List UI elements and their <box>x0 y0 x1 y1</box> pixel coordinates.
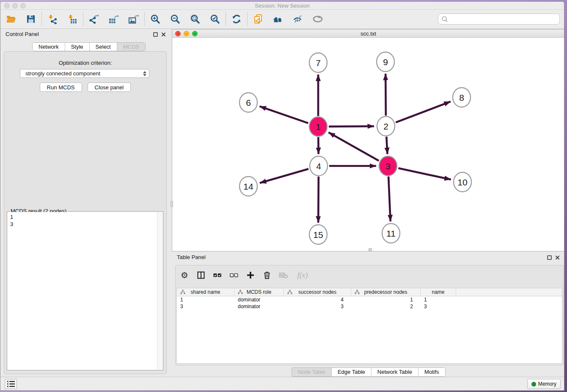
float-panel-icon[interactable] <box>547 255 552 260</box>
table-settings-gear-icon[interactable]: ⚙ <box>180 270 189 281</box>
tab-network[interactable]: Network <box>33 43 65 51</box>
graph-node-14[interactable]: 14 <box>239 177 257 196</box>
cell-name[interactable]: 3 <box>421 303 456 310</box>
import-table-icon[interactable] <box>67 14 78 25</box>
graph-node-7[interactable]: 7 <box>309 53 327 72</box>
status-bar: Memory <box>0 377 564 390</box>
column-header-mcds-role[interactable]: MCDS role <box>234 288 284 296</box>
equation-builder-icon[interactable]: f(x) <box>295 270 310 281</box>
column-type-icon <box>355 290 360 295</box>
graph-node-1[interactable]: 1 <box>309 117 327 136</box>
resize-grip-horizontal[interactable] <box>369 248 372 251</box>
graph-node-2[interactable]: 2 <box>377 116 395 136</box>
cell-shared-name[interactable]: 1 <box>177 296 234 303</box>
zoom-in-icon[interactable] <box>150 14 161 25</box>
graph-node-15[interactable]: 15 <box>309 225 327 244</box>
tab-node-table[interactable]: Node Table <box>292 368 332 376</box>
run-mcds-button[interactable]: Run MCDS <box>40 83 82 92</box>
graph-edge-4-15[interactable] <box>318 177 319 223</box>
search-box[interactable] <box>438 14 560 25</box>
graph-edge-3-1[interactable] <box>328 133 379 161</box>
svg-text:9: 9 <box>383 57 388 67</box>
cell-name[interactable]: 1 <box>421 296 456 303</box>
graph-node-10[interactable]: 10 <box>454 172 471 192</box>
graph-node-4[interactable]: 4 <box>310 156 328 176</box>
memory-status-dot <box>531 382 536 386</box>
network-view-window: × − + scc.txt 7968124314101511 <box>172 29 564 251</box>
titlebar: Session: New Session <box>0 2 564 10</box>
zoom-out-icon[interactable] <box>170 14 181 25</box>
open-session-icon[interactable] <box>6 14 17 25</box>
graph-node-3[interactable]: 3 <box>379 156 397 176</box>
hide-selected-eye-icon[interactable] <box>292 14 303 25</box>
cell-mcds-role[interactable]: dominator <box>234 296 284 303</box>
criterion-select[interactable]: strongly connected component <box>20 69 149 78</box>
graph-edge-2-9[interactable] <box>385 74 386 116</box>
tab-style[interactable]: Style <box>65 43 90 51</box>
show-all-homes-icon[interactable] <box>272 14 284 25</box>
tab-mcds[interactable]: MCDS <box>117 43 145 51</box>
duplicate-network-icon[interactable] <box>253 14 264 25</box>
graph-edge-1-2[interactable] <box>329 126 374 127</box>
delete-table-icon[interactable] <box>279 270 288 281</box>
task-history-button[interactable] <box>5 379 17 389</box>
export-network-icon[interactable] <box>88 14 99 25</box>
cell-mcds-role[interactable]: dominator <box>234 303 284 310</box>
column-type-icon <box>238 290 243 295</box>
mcds-result-textarea[interactable]: 1 3 <box>8 212 157 370</box>
table-row[interactable]: 1 dominator 4 1 1 <box>177 296 562 303</box>
graph-node-6[interactable]: 6 <box>239 93 257 112</box>
select-all-checkboxes-icon[interactable] <box>213 270 222 281</box>
column-header-successor-nodes[interactable]: successor nodes <box>284 288 351 296</box>
graph-node-8[interactable]: 8 <box>453 88 471 107</box>
cell-successor-nodes[interactable]: 3 <box>284 303 351 310</box>
control-panel-tabs: Network Style Select MCDS <box>32 42 146 51</box>
graph-node-11[interactable]: 11 <box>382 224 400 243</box>
deselect-all-checkboxes-icon[interactable] <box>229 270 239 281</box>
column-type-icon <box>287 290 292 295</box>
graph-edge-2-8[interactable] <box>396 102 450 122</box>
float-panel-icon[interactable] <box>153 32 158 37</box>
cell-successor-nodes[interactable]: 4 <box>284 296 351 303</box>
apply-layout-icon[interactable] <box>231 14 242 25</box>
column-header-predecessor-nodes[interactable]: predecessor nodes <box>351 288 421 296</box>
split-view-icon[interactable] <box>196 270 206 281</box>
delete-column-trash-icon[interactable] <box>262 270 272 281</box>
table-row[interactable]: 3 dominator 3 2 3 <box>177 303 562 310</box>
export-image-icon[interactable] <box>128 14 139 25</box>
cell-shared-name[interactable]: 3 <box>177 303 234 310</box>
graph-edge-4-14[interactable] <box>260 169 308 183</box>
import-network-icon[interactable] <box>47 14 58 25</box>
close-panel-icon[interactable] <box>555 255 560 260</box>
network-canvas[interactable]: 7968124314101511 <box>172 38 564 251</box>
node-table-header: shared name MCDS role successor nodes pr… <box>177 288 562 296</box>
cell-predecessor-nodes[interactable]: 2 <box>351 303 421 310</box>
search-input[interactable] <box>449 16 557 22</box>
table-panel-body: ⚙ f(x) <box>175 265 564 365</box>
column-header-shared-name[interactable]: shared name <box>177 288 234 296</box>
graph-edge-3-10[interactable] <box>398 168 451 179</box>
column-header-name[interactable]: name <box>421 288 456 296</box>
close-panel-icon[interactable] <box>161 32 166 37</box>
cell-predecessor-nodes[interactable]: 1 <box>351 296 421 303</box>
tab-network-table[interactable]: Network Table <box>372 368 418 376</box>
graph-edge-3-11[interactable] <box>388 177 391 221</box>
tab-motifs[interactable]: Motifs <box>418 368 445 376</box>
tab-select[interactable]: Select <box>90 43 117 51</box>
resize-grip-vertical[interactable] <box>171 201 173 207</box>
tab-edge-table[interactable]: Edge Table <box>332 368 372 376</box>
add-column-plus-icon[interactable] <box>246 270 255 281</box>
close-panel-button[interactable]: Close panel <box>88 83 131 92</box>
graph-edge-2-3[interactable] <box>386 137 387 154</box>
svg-text:10: 10 <box>457 177 467 187</box>
save-session-icon[interactable] <box>25 14 36 25</box>
export-table-icon[interactable] <box>108 14 119 25</box>
zoom-selected-icon[interactable] <box>209 14 220 25</box>
show-hidden-eye-icon[interactable] <box>312 14 323 25</box>
graph-edge-1-6[interactable] <box>259 106 308 123</box>
graph-node-9[interactable]: 9 <box>377 52 394 72</box>
zoom-fit-icon[interactable] <box>190 14 201 25</box>
memory-button[interactable]: Memory <box>527 379 561 389</box>
network-window-title: scc.txt <box>172 30 564 37</box>
result-scrollbar[interactable] <box>157 212 162 370</box>
